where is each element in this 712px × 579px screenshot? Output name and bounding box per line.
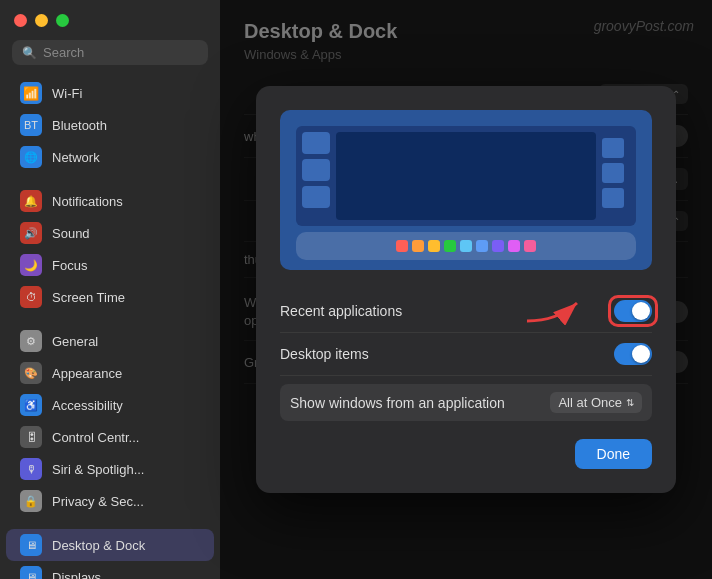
dock-screen xyxy=(336,132,596,220)
sidebar-label-appearance: Appearance xyxy=(52,366,122,381)
sidebar-item-accessibility[interactable]: ♿ Accessibility xyxy=(6,389,214,421)
dock-color-dot xyxy=(444,240,456,252)
arrow-indicator xyxy=(522,293,592,329)
sidebar-label-controlcentre: Control Centr... xyxy=(52,430,139,445)
displays-icon: 🖥 xyxy=(20,566,42,579)
sidebar-label-general: General xyxy=(52,334,98,349)
dock-color-dot xyxy=(492,240,504,252)
desktop-items-toggle[interactable] xyxy=(614,343,652,365)
sidebar-item-appearance[interactable]: 🎨 Appearance xyxy=(6,357,214,389)
search-icon: 🔍 xyxy=(22,46,37,60)
modal-row-recent-apps: Recent applications xyxy=(280,290,652,333)
sidebar-label-focus: Focus xyxy=(52,258,87,273)
minimize-button[interactable] xyxy=(35,14,48,27)
dock-right-icons xyxy=(602,132,630,214)
dock-color-dot xyxy=(476,240,488,252)
sidebar-item-focus[interactable]: 🌙 Focus xyxy=(6,249,214,281)
all-at-once-value: All at Once xyxy=(558,395,622,410)
dock-right-icon-3 xyxy=(602,188,624,208)
sidebar-label-sound: Sound xyxy=(52,226,90,241)
all-at-once-select[interactable]: All at Once ⇅ xyxy=(550,392,642,413)
sidebar-label-displays: Displays xyxy=(52,570,101,580)
sidebar-item-privacy[interactable]: 🔒 Privacy & Sec... xyxy=(6,485,214,517)
sidebar-item-displays[interactable]: 🖥 Displays xyxy=(6,561,214,579)
sidebar-item-controlcentre[interactable]: 🎛 Control Centr... xyxy=(6,421,214,453)
recent-apps-toggle-container xyxy=(614,300,652,322)
recent-apps-toggle-knob xyxy=(632,302,650,320)
dock-app-icon-3 xyxy=(302,186,330,208)
network-icon: 🌐 xyxy=(20,146,42,168)
dock-color-dot xyxy=(396,240,408,252)
general-icon: ⚙ xyxy=(20,330,42,352)
sidebar-item-screentime[interactable]: ⏱ Screen Time xyxy=(6,281,214,313)
sidebar-label-siri: Siri & Spotligh... xyxy=(52,462,145,477)
recent-apps-toggle[interactable] xyxy=(614,300,652,322)
traffic-lights xyxy=(14,14,69,27)
sidebar-label-accessibility: Accessibility xyxy=(52,398,123,413)
modal-overlay: Recent applications xyxy=(220,0,712,579)
dock-color-dot xyxy=(508,240,520,252)
desktop-icon: 🖥 xyxy=(20,534,42,556)
privacy-icon: 🔒 xyxy=(20,490,42,512)
search-input[interactable] xyxy=(43,45,198,60)
dock-preview-inner xyxy=(296,126,636,226)
dock-color-dot xyxy=(428,240,440,252)
screentime-icon: ⏱ xyxy=(20,286,42,308)
sidebar-label-screentime: Screen Time xyxy=(52,290,125,305)
sidebar-label-notifications: Notifications xyxy=(52,194,123,209)
sidebar-item-desktop[interactable]: 🖥 Desktop & Dock xyxy=(6,529,214,561)
wifi-icon: 📶 xyxy=(20,82,42,104)
fullscreen-button[interactable] xyxy=(56,14,69,27)
sidebar-label-privacy: Privacy & Sec... xyxy=(52,494,144,509)
show-windows-label: Show windows from an application xyxy=(290,395,505,411)
sidebar-label-network: Network xyxy=(52,150,100,165)
chevron-updown-icon: ⇅ xyxy=(626,397,634,408)
dock-app-icon-1 xyxy=(302,132,330,154)
sidebar: 🔍 📶 Wi-Fi BT Bluetooth 🌐 Network 🔔 Notif… xyxy=(0,0,220,579)
dock-right-icon-1 xyxy=(602,138,624,158)
main-content: groovyPost.com Desktop & Dock Windows & … xyxy=(220,0,712,579)
sidebar-item-wifi[interactable]: 📶 Wi-Fi xyxy=(6,77,214,109)
done-button[interactable]: Done xyxy=(575,439,652,469)
sidebar-item-sound[interactable]: 🔊 Sound xyxy=(6,217,214,249)
modal-dialog: Recent applications xyxy=(256,86,676,493)
sidebar-item-network[interactable]: 🌐 Network xyxy=(6,141,214,173)
notifications-icon: 🔔 xyxy=(20,190,42,212)
focus-icon: 🌙 xyxy=(20,254,42,276)
dock-app-icon-2 xyxy=(302,159,330,181)
search-bar[interactable]: 🔍 xyxy=(12,40,208,65)
dock-app-column xyxy=(302,132,330,208)
show-windows-row: Show windows from an application All at … xyxy=(280,384,652,421)
sidebar-label-desktop: Desktop & Dock xyxy=(52,538,145,553)
appearance-icon: 🎨 xyxy=(20,362,42,384)
siri-icon: 🎙 xyxy=(20,458,42,480)
sidebar-item-bluetooth[interactable]: BT Bluetooth xyxy=(6,109,214,141)
controlcentre-icon: 🎛 xyxy=(20,426,42,448)
dock-color-dot xyxy=(460,240,472,252)
close-button[interactable] xyxy=(14,14,27,27)
sidebar-label-wifi: Wi-Fi xyxy=(52,86,82,101)
sidebar-label-bluetooth: Bluetooth xyxy=(52,118,107,133)
desktop-items-toggle-knob xyxy=(632,345,650,363)
sidebar-item-general[interactable]: ⚙ General xyxy=(6,325,214,357)
dock-preview xyxy=(280,110,652,270)
sidebar-item-siri[interactable]: 🎙 Siri & Spotligh... xyxy=(6,453,214,485)
sound-icon: 🔊 xyxy=(20,222,42,244)
desktop-items-label: Desktop items xyxy=(280,346,369,362)
dock-color-dot xyxy=(524,240,536,252)
bluetooth-icon: BT xyxy=(20,114,42,136)
dock-bar xyxy=(296,232,636,260)
accessibility-icon: ♿ xyxy=(20,394,42,416)
dock-color-dot xyxy=(412,240,424,252)
recent-apps-label: Recent applications xyxy=(280,303,402,319)
dock-right-icon-2 xyxy=(602,163,624,183)
sidebar-item-notifications[interactable]: 🔔 Notifications xyxy=(6,185,214,217)
modal-row-desktop-items: Desktop items xyxy=(280,333,652,376)
